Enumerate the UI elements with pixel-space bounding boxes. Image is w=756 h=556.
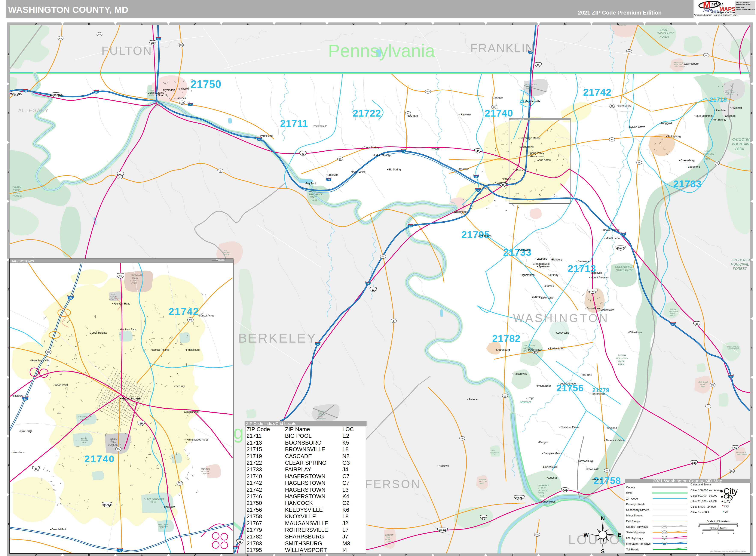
svg-text:21758: 21758 bbox=[246, 513, 262, 520]
svg-text:Roxbury: Roxbury bbox=[552, 258, 562, 261]
svg-text:21779: 21779 bbox=[246, 527, 262, 533]
svg-text:C7: C7 bbox=[342, 473, 350, 480]
svg-text:CLUB: CLUB bbox=[700, 385, 705, 387]
svg-text:11: 11 bbox=[119, 275, 122, 278]
svg-text:21767: 21767 bbox=[246, 520, 262, 526]
svg-text:E: E bbox=[618, 532, 621, 538]
svg-text:CENTER: CENTER bbox=[726, 93, 733, 95]
svg-text:70: 70 bbox=[157, 38, 159, 40]
svg-text:BATTLEFIELD: BATTLEFIELD bbox=[523, 350, 537, 352]
svg-text:Sylvan Grove: Sylvan Grove bbox=[629, 126, 645, 129]
svg-text:L: L bbox=[617, 22, 619, 25]
svg-text:21756: 21756 bbox=[246, 507, 262, 513]
svg-text:340: 340 bbox=[482, 516, 486, 519]
svg-text:RESORT: RESORT bbox=[223, 254, 231, 255]
svg-text:81: 81 bbox=[234, 547, 236, 549]
svg-text:FAIRGROUNDS: FAIRGROUNDS bbox=[147, 497, 165, 500]
svg-text:21740: 21740 bbox=[485, 108, 513, 119]
svg-text:C7: C7 bbox=[342, 480, 350, 486]
svg-text:PARK: PARK bbox=[491, 453, 496, 455]
svg-text:Fiddlesburg: Fiddlesburg bbox=[186, 348, 200, 351]
svg-text:997: 997 bbox=[627, 50, 631, 53]
svg-text:Augusta: Augusta bbox=[547, 476, 557, 479]
svg-text:WATERSHED: WATERSHED bbox=[728, 348, 739, 350]
svg-text:MOUNTAIN: MOUNTAIN bbox=[616, 357, 628, 360]
svg-text:FREDERICK: FREDERICK bbox=[736, 451, 746, 453]
svg-text:MOUNTAIN: MOUNTAIN bbox=[731, 142, 750, 146]
svg-text:COMMUNITY: COMMUNITY bbox=[159, 525, 168, 527]
svg-text:65: 65 bbox=[140, 422, 143, 425]
svg-text:ROSE: ROSE bbox=[110, 438, 117, 440]
svg-text:PARK: PARK bbox=[156, 105, 160, 107]
svg-text:21795: 21795 bbox=[246, 547, 262, 553]
svg-text:HAGERSTOWN: HAGERSTOWN bbox=[285, 473, 326, 480]
svg-text:Park Head: Park Head bbox=[260, 135, 273, 138]
svg-text:9: 9 bbox=[393, 320, 394, 322]
svg-text:7: 7 bbox=[7, 405, 9, 409]
svg-text:Sunset Acres: Sunset Acres bbox=[199, 314, 214, 317]
svg-text:GOLF: GOLF bbox=[479, 482, 484, 484]
svg-text:REGIONAL: REGIONAL bbox=[526, 85, 534, 88]
svg-text:mapsales@MarketMAPS.com: mapsales@MarketMAPS.com bbox=[736, 8, 755, 10]
svg-text:Mousetown: Mousetown bbox=[600, 309, 614, 312]
svg-text:Minor Streets: Minor Streets bbox=[626, 514, 643, 517]
svg-text:21722: 21722 bbox=[353, 108, 381, 119]
svg-text:State Highways: State Highways bbox=[626, 531, 646, 534]
svg-text:PARK: PARK bbox=[311, 199, 317, 201]
svg-text:PARK: PARK bbox=[704, 158, 711, 161]
svg-text:STATE: STATE bbox=[659, 28, 668, 31]
svg-text:Security: Security bbox=[175, 385, 185, 388]
svg-text:WASHINGTON: WASHINGTON bbox=[513, 312, 609, 324]
svg-text:Oak Ridge: Oak Ridge bbox=[20, 429, 33, 432]
svg-text:21733: 21733 bbox=[246, 466, 262, 473]
svg-text:SOUTH: SOUTH bbox=[618, 354, 626, 357]
svg-text:70: 70 bbox=[730, 376, 732, 378]
svg-text:Smithsburg: Smithsburg bbox=[667, 135, 681, 138]
svg-text:Primary Streets: Primary Streets bbox=[626, 502, 645, 506]
svg-text:Pennsylvania: Pennsylvania bbox=[328, 41, 435, 61]
svg-text:632: 632 bbox=[178, 482, 182, 485]
svg-text:STATE: STATE bbox=[670, 312, 675, 314]
svg-text:Greensburg: Greensburg bbox=[681, 159, 695, 162]
svg-text:Hancock: Hancock bbox=[175, 97, 186, 100]
svg-text:11: 11 bbox=[537, 64, 539, 66]
svg-text:Benevola: Benevola bbox=[578, 260, 589, 263]
svg-text:Mapleville: Mapleville bbox=[591, 271, 602, 274]
svg-text:Wilson: Wilson bbox=[432, 147, 440, 150]
svg-text:4: 4 bbox=[751, 229, 752, 232]
svg-text:21783: 21783 bbox=[673, 178, 702, 189]
svg-text:Secondary Streets: Secondary Streets bbox=[626, 508, 649, 512]
svg-text:340: 340 bbox=[692, 462, 696, 464]
svg-text:56: 56 bbox=[339, 158, 341, 160]
svg-text:21782: 21782 bbox=[246, 533, 262, 540]
svg-text:G3: G3 bbox=[342, 459, 350, 466]
svg-text:J: J bbox=[512, 553, 513, 556]
svg-text:81: 81 bbox=[477, 189, 479, 192]
svg-text:Scale in Miles: Scale in Miles bbox=[216, 258, 224, 260]
svg-text:LOC: LOC bbox=[342, 426, 354, 432]
svg-text:GOLF: GOLF bbox=[385, 538, 391, 541]
svg-text:HAGERSTOWN: HAGERSTOWN bbox=[285, 493, 326, 499]
svg-text:M3: M3 bbox=[342, 540, 350, 547]
svg-text:Rickersville: Rickersville bbox=[514, 372, 527, 375]
svg-text:Huyett: Huyett bbox=[503, 177, 511, 180]
svg-text:L8: L8 bbox=[342, 513, 349, 520]
svg-text:DOUB'S: DOUB'S bbox=[81, 438, 88, 440]
svg-text:ZIP Code Index/Grid Locator: ZIP Code Index/Grid Locator bbox=[246, 421, 298, 426]
svg-text:H: H bbox=[405, 22, 407, 25]
svg-text:70: 70 bbox=[402, 150, 405, 152]
svg-text:Spielman: Spielman bbox=[538, 265, 550, 268]
svg-text:6: 6 bbox=[751, 346, 752, 350]
svg-text:Cedar Lawn: Cedar Lawn bbox=[495, 182, 509, 185]
svg-text:BOONSBORO: BOONSBORO bbox=[285, 440, 321, 446]
svg-text:FREDERICK: FREDERICK bbox=[731, 258, 752, 262]
svg-text:Chestnut Grove: Chestnut Grove bbox=[561, 426, 580, 429]
svg-text:COURSE: COURSE bbox=[386, 541, 394, 543]
svg-text:65: 65 bbox=[504, 394, 506, 397]
svg-text:WEST: WEST bbox=[319, 412, 324, 414]
svg-text:MICHAEL'S: MICHAEL'S bbox=[490, 451, 499, 453]
svg-text:Waynesboro: Waynesboro bbox=[684, 62, 699, 65]
svg-text:21742: 21742 bbox=[583, 86, 612, 98]
svg-text:21742: 21742 bbox=[246, 480, 262, 486]
svg-text:Mount Briar: Mount Briar bbox=[537, 384, 551, 387]
